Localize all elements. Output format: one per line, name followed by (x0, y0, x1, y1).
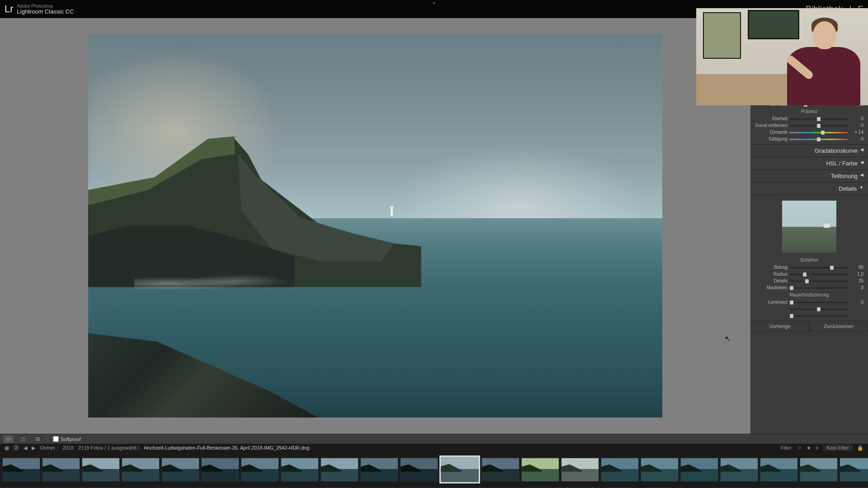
clarity-slider[interactable] (789, 116, 848, 122)
details-header[interactable]: Details▼ (750, 182, 868, 195)
sharpen-amount-slider[interactable] (789, 265, 848, 270)
detail-preview[interactable] (782, 201, 836, 253)
filter-lock-icon[interactable]: 🔒 (857, 445, 863, 451)
filmstrip-thumb[interactable] (439, 455, 480, 483)
sharpen-radius-slider[interactable] (789, 272, 848, 277)
main-photo (88, 34, 662, 418)
top-collapse-icon[interactable]: ▼ (432, 1, 436, 5)
filmstrip-thumb[interactable] (720, 457, 759, 482)
app-logo: Lr (5, 3, 14, 15)
filmstrip-thumb[interactable] (799, 457, 838, 482)
softproof-checkbox[interactable]: Softproof (53, 436, 81, 442)
filmstrip-thumb[interactable] (360, 457, 399, 482)
vibrance-slider[interactable] (789, 130, 848, 135)
filmstrip-thumb[interactable] (481, 457, 520, 482)
filter-flag-icon[interactable]: ⚐ (797, 445, 802, 451)
nav-back-icon[interactable]: ◀ (24, 445, 27, 451)
tone-curve-header[interactable]: Gradationskurve◀ (750, 144, 868, 157)
filmstrip-thumb[interactable] (2, 457, 41, 482)
filmstrip-thumb[interactable] (400, 457, 439, 482)
filmstrip-thumb[interactable] (839, 457, 868, 482)
dehaze-slider[interactable] (789, 123, 848, 128)
saturation-slider[interactable] (789, 136, 848, 142)
filmstrip-thumb[interactable] (201, 457, 240, 482)
details-panel: Schärfen Betrag90 Radius1,0 Details25 Ma… (750, 195, 868, 321)
cursor-icon: ↖ (725, 334, 731, 343)
grid-icon[interactable]: ▦ (5, 445, 9, 451)
nr-detail-slider[interactable] (789, 306, 848, 312)
before-after-lr-icon[interactable]: ◫ (18, 436, 28, 443)
sharpen-mask-slider[interactable] (789, 285, 848, 291)
filmstrip[interactable] (0, 452, 868, 487)
webcam-overlay (696, 8, 868, 105)
filmstrip-thumb[interactable] (241, 457, 279, 482)
previous-button[interactable]: Vorherige (750, 321, 809, 332)
nr-contrast-slider[interactable] (789, 313, 848, 319)
filmstrip-thumb[interactable] (760, 457, 798, 482)
filmstrip-thumb[interactable] (600, 457, 639, 482)
nr-luminance-slider[interactable] (789, 300, 848, 305)
info-strip: ▦ 2 ◀ ▶ Ordner : 2018 2119 Fotos / 1 aus… (0, 444, 868, 452)
secondary-toolbar: ▭ ◫ ⊟ | Softproof (0, 434, 868, 444)
second-window-icon[interactable]: 2 (14, 445, 19, 450)
filter-sort-icon[interactable]: ≡ (816, 445, 818, 450)
nav-fwd-icon[interactable]: ▶ (32, 445, 35, 451)
sharpen-detail-slider[interactable] (789, 278, 848, 284)
filmstrip-thumb[interactable] (81, 457, 120, 482)
reset-button[interactable]: Zurücksetzen (809, 321, 868, 332)
filmstrip-thumb[interactable] (42, 457, 80, 482)
before-after-tb-icon[interactable]: ⊟ (33, 436, 42, 443)
loupe-view-icon[interactable]: ▭ (4, 436, 14, 443)
filename-label: Hochzeit-Ludwigshafen-Full-Benkesser-26.… (144, 445, 309, 450)
split-toning-header[interactable]: Teiltonung◀ (750, 169, 868, 182)
filmstrip-thumb[interactable] (161, 457, 200, 482)
filter-preset[interactable]: Kein Filter (823, 445, 853, 451)
filmstrip-thumb[interactable] (280, 457, 319, 482)
loupe-view[interactable]: ↖ (0, 18, 750, 434)
hsl-header[interactable]: HSL / Farbe◀ (750, 157, 868, 169)
app-brand: Adobe Photoshop Lightroom Classic CC (17, 4, 74, 14)
filter-stars-icon[interactable]: ★ (807, 445, 811, 451)
filmstrip-thumb[interactable] (680, 457, 719, 482)
filmstrip-thumb[interactable] (640, 457, 679, 482)
filmstrip-thumb[interactable] (521, 457, 560, 482)
filmstrip-thumb[interactable] (121, 457, 160, 482)
filmstrip-thumb[interactable] (320, 457, 359, 482)
filmstrip-thumb[interactable] (561, 457, 599, 482)
